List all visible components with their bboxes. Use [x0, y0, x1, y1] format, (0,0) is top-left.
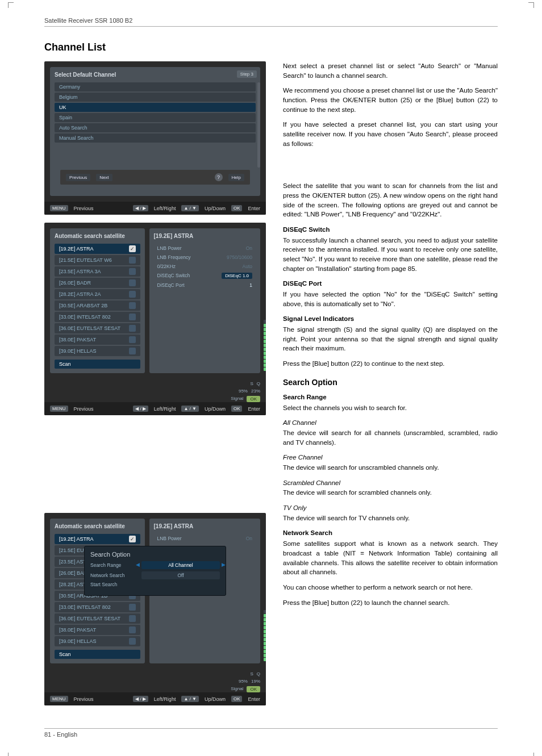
body-p3: If you have selected a preset channel li… — [283, 120, 498, 148]
bottombar-updown: Up/Down — [205, 696, 226, 702]
menu-key: MENU — [50, 205, 68, 211]
satellite-item[interactable]: [38.0E] PAKSAT — [55, 625, 140, 635]
signal-ok-chip: OK — [247, 396, 260, 402]
channel-list-item[interactable]: Manual Search — [55, 133, 256, 143]
menu-key: MENU — [50, 696, 68, 702]
help-icon[interactable]: ? — [215, 173, 223, 181]
heading-signal-level: Signal Level Indicators — [283, 314, 498, 324]
checkbox-icon[interactable] — [129, 348, 136, 354]
panel-select-default-channel: Step 3 Select Default Channel GermanyBel… — [44, 61, 266, 215]
sig-q-label: Q — [257, 381, 260, 386]
checkbox-icon[interactable] — [129, 268, 136, 275]
scrollbar[interactable] — [257, 82, 260, 168]
signal-bars — [264, 521, 266, 661]
satellite-item[interactable]: [33.0E] INTELSAT 802 — [55, 312, 140, 322]
label-scrambled-channel: Scrambled Channel — [283, 478, 498, 488]
updown-icon: ▲ / ▼ — [181, 205, 199, 211]
panel2-right-title: [19.2E] ASTRA — [154, 233, 256, 239]
body-p4: Select the satellite that you want to sc… — [283, 181, 498, 219]
sig-s-label: S — [250, 671, 253, 676]
satellite-item[interactable]: [39.0E] HELLAS — [55, 636, 140, 646]
satellite-item[interactable]: [21.5E] EUTELSAT W6 — [55, 255, 140, 265]
scan-button[interactable]: Scan — [55, 360, 140, 369]
step-badge: Step 3 — [237, 70, 257, 78]
bottombar-leftright: Left/Right — [154, 206, 176, 211]
leftright-icon: ◀ / ▶ — [133, 696, 148, 702]
heading-search-option: Search Option — [283, 377, 498, 388]
satellite-item[interactable]: [33.0E] INTELSAT 802 — [55, 602, 140, 612]
satellite-item[interactable]: [26.0E] BADR — [55, 278, 140, 288]
setting-row[interactable]: DiSEqC SwitchDiSEqC 1.0 — [154, 271, 256, 281]
ok-key: OK — [231, 205, 243, 211]
channel-list-item[interactable]: Auto Search — [55, 123, 256, 132]
satellite-item[interactable]: [19.2E] ASTRA✓ — [55, 534, 140, 544]
sig-q-value: 23% — [251, 389, 260, 394]
panel3-title: Automatic search satellite — [55, 523, 140, 529]
ok-key: OK — [231, 696, 243, 702]
menu-key: MENU — [50, 406, 68, 412]
checkbox-icon[interactable] — [129, 314, 136, 320]
channel-list-item[interactable]: Germany — [55, 82, 256, 91]
body-p1: Next select a preset channel list or sel… — [283, 61, 498, 80]
signal-bars — [264, 231, 266, 371]
satellite-item[interactable]: [36.0E] EUTELSAT SESAT — [55, 613, 140, 624]
body-p10: The device will search for all channels … — [283, 428, 498, 447]
search-option-row[interactable]: Start Search — [90, 582, 220, 587]
checkbox-icon[interactable] — [129, 604, 136, 611]
sig-s-label: S — [250, 381, 253, 386]
help-button[interactable]: Help — [228, 174, 244, 181]
ok-key: OK — [231, 406, 243, 412]
bottombar-enter: Enter — [248, 406, 260, 412]
checkbox-icon[interactable] — [129, 325, 136, 332]
sig-q-label: Q — [257, 671, 260, 676]
bottombar-leftright: Left/Right — [154, 406, 176, 412]
check-icon[interactable]: ✓ — [129, 536, 136, 542]
channel-list-item[interactable]: UK — [55, 103, 256, 112]
body-p2: We recommend you choose a preset channel… — [283, 86, 498, 114]
signal-ok-chip: OK — [247, 686, 260, 692]
bottombar-leftright: Left/Right — [154, 696, 176, 702]
crop-mark — [528, 2, 534, 8]
heading-network-search: Network Search — [283, 528, 498, 538]
body-p6: If you have selected the option "No" for… — [283, 290, 498, 308]
satellite-item[interactable]: [36.0E] EUTELSAT SESAT — [55, 323, 140, 333]
previous-button[interactable]: Previous — [66, 174, 90, 181]
checkbox-icon[interactable] — [129, 626, 136, 633]
scan-button[interactable]: Scan — [55, 650, 140, 659]
checkbox-icon[interactable] — [129, 302, 136, 309]
signal-label: Signal — [231, 686, 243, 692]
checkbox-icon[interactable] — [129, 257, 136, 264]
bottombar-updown: Up/Down — [205, 206, 226, 211]
satellite-item[interactable]: [30.5E] ARABSAT 2B — [55, 300, 140, 311]
search-option-row[interactable]: Network SearchOff — [90, 571, 220, 579]
checkbox-icon[interactable] — [129, 615, 136, 622]
bottombar-enter: Enter — [248, 206, 260, 211]
next-button[interactable]: Next — [96, 174, 112, 181]
search-option-row[interactable]: Search RangeAll Channel — [90, 561, 220, 569]
body-p16: Press the [Blue] button (22) to launch t… — [283, 598, 498, 608]
label-free-channel: Free Channel — [283, 453, 498, 462]
bottombar-enter: Enter — [248, 696, 260, 702]
checkbox-icon[interactable] — [129, 291, 136, 298]
body-p8: Press the [Blue] button (22) to continue… — [283, 359, 498, 369]
channel-list-item[interactable]: Spain — [55, 113, 256, 122]
check-icon[interactable]: ✓ — [129, 245, 136, 252]
satellite-item[interactable]: [38.0E] PAKSAT — [55, 335, 140, 345]
channel-list-item[interactable]: Belgium — [55, 93, 256, 102]
satellite-item[interactable]: [19.2E] ASTRA✓ — [55, 244, 140, 254]
body-p14: Some satellites support what is known as… — [283, 539, 498, 577]
setting-row: LNB Frequency9750/10600 — [154, 253, 256, 262]
setting-row: LNB PowerOn — [154, 244, 256, 253]
crop-mark — [528, 753, 534, 756]
overlay-title: Search Option — [90, 551, 220, 558]
satellite-item[interactable]: [23.5E] ASTRA 3A — [55, 266, 140, 277]
setting-row: 0/22KHzAuto — [154, 262, 256, 271]
body-p13: The device will search for TV channels o… — [283, 513, 498, 523]
satellite-item[interactable]: [39.0E] HELLAS — [55, 346, 140, 356]
checkbox-icon[interactable] — [129, 336, 136, 343]
panel2-title: Automatic search satellite — [55, 233, 140, 239]
setting-row[interactable]: DiSEqC Port1 — [154, 281, 256, 290]
checkbox-icon[interactable] — [129, 279, 136, 286]
satellite-item[interactable]: [28.2E] ASTRA 2A — [55, 289, 140, 299]
checkbox-icon[interactable] — [129, 638, 136, 645]
